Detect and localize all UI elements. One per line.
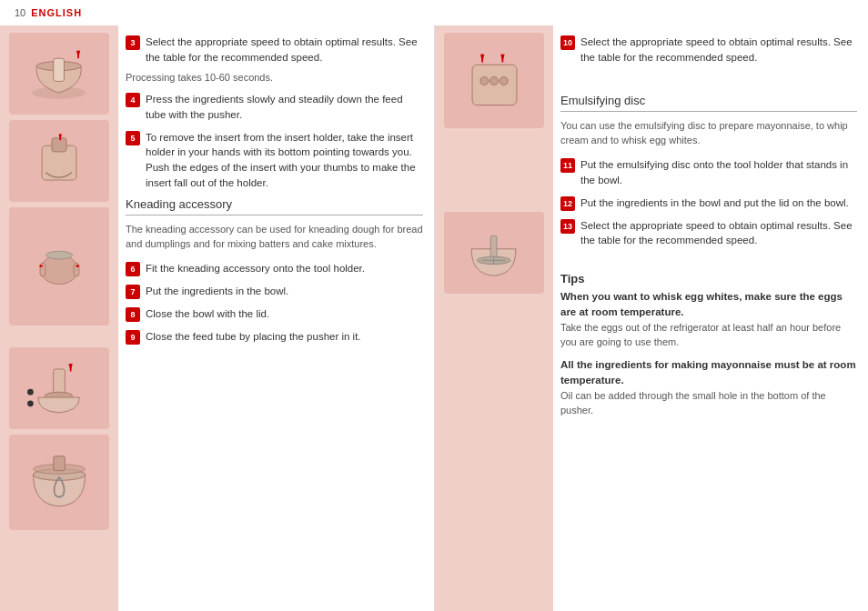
image-kneading2 xyxy=(9,435,109,530)
illus-step4-svg xyxy=(23,129,96,193)
step-10-block: 10 Select the appropriate speed to obtai… xyxy=(560,35,857,65)
step-8-block: 8 Close the bowl with the lid. xyxy=(126,306,423,322)
svg-rect-2 xyxy=(54,58,65,81)
illus-step5-svg xyxy=(16,230,103,303)
right-images-panel xyxy=(435,25,553,611)
step-6-block: 6 Fit the kneading accessory onto the to… xyxy=(126,261,423,276)
tip1-normal: Take the eggs out of the refrigerator at… xyxy=(560,321,857,350)
step-5-num: 5 xyxy=(126,131,140,145)
kneading-section-title: Kneading accessory xyxy=(126,197,423,215)
step-4-num: 4 xyxy=(126,93,140,107)
illus-step10-svg xyxy=(451,45,538,117)
left-column: 3 Select the appropriate speed to obtain… xyxy=(0,25,434,611)
left-images-panel xyxy=(0,25,118,611)
step-4-block: 4 Press the ingredients slowly and stead… xyxy=(126,92,423,122)
step-8-num: 8 xyxy=(126,307,140,322)
illus-kneading2-svg xyxy=(16,446,103,519)
step-13-num: 13 xyxy=(560,219,575,234)
svg-rect-6 xyxy=(52,138,66,152)
step-3-block: 3 Select the appropriate speed to obtain… xyxy=(126,35,423,65)
step-11-num: 11 xyxy=(560,158,575,173)
emulsifying-intro: You can use the emulsifying disc to prep… xyxy=(560,119,857,148)
tip2-bold: All the ingredients for making mayonnais… xyxy=(560,357,857,387)
step-3-text: Select the appropriate speed to obtain o… xyxy=(146,35,423,65)
step-12-num: 12 xyxy=(560,196,575,211)
image-kneading1 xyxy=(9,347,109,429)
step-10-num: 10 xyxy=(560,35,575,50)
tips-section: Tips When you want to whisk egg whites, … xyxy=(560,272,857,418)
step-13-block: 13 Select the appropriate speed to obtai… xyxy=(560,218,857,248)
page: 10 ENGLISH xyxy=(0,0,868,611)
tip2-normal: Oil can be added through the small hole … xyxy=(560,389,857,418)
processing-note: Processing takes 10-60 seconds. xyxy=(126,72,423,83)
step-9-text: Close the feed tube by placing the pushe… xyxy=(146,329,361,345)
step-7-block: 7 Put the ingredients in the bowl. xyxy=(126,284,423,299)
step-8-text: Close the bowl with the lid. xyxy=(146,306,269,322)
svg-point-27 xyxy=(479,76,488,85)
image-step5 xyxy=(9,207,109,326)
image-step10 xyxy=(444,33,544,128)
language-label: ENGLISH xyxy=(31,7,82,18)
illus-step3-svg xyxy=(23,42,96,105)
step-12-block: 12 Put the ingredients in the bowl and p… xyxy=(560,195,857,211)
illus-kneading1-svg xyxy=(23,356,96,420)
emulsifying-section-title: Emulsifying disc xyxy=(560,94,857,112)
step-9-block: 9 Close the feed tube by placing the pus… xyxy=(126,329,423,345)
step-5-text: To remove the insert from the insert hol… xyxy=(146,130,423,191)
step-4-text: Press the ingredients slowly and steadil… xyxy=(146,92,423,122)
kneading-intro: The kneading accessory can be used for k… xyxy=(126,223,423,252)
step-6-text: Fit the kneading accessory onto the tool… xyxy=(146,261,365,276)
step-3-content: Select the appropriate speed to obtain o… xyxy=(146,36,418,63)
svg-point-12 xyxy=(45,251,72,259)
step-12-text: Put the ingredients in the bowl and put … xyxy=(580,195,849,211)
svg-rect-25 xyxy=(53,456,64,470)
tip1-bold: When you want to whisk egg whites, make … xyxy=(560,289,857,319)
illus-emulsifying-svg xyxy=(458,221,530,285)
right-text-panel: 10 Select the appropriate speed to obtai… xyxy=(553,25,868,611)
step-10-text: Select the appropriate speed to obtain o… xyxy=(580,35,857,65)
svg-point-28 xyxy=(490,76,498,85)
step-5-block: 5 To remove the insert from the insert h… xyxy=(126,130,423,191)
svg-point-22 xyxy=(27,400,34,406)
step-3-num: 3 xyxy=(126,35,140,50)
step-7-num: 7 xyxy=(126,285,140,299)
step-11-block: 11 Put the emulsifying disc onto the too… xyxy=(560,157,857,187)
page-number: 10 xyxy=(15,7,25,18)
svg-point-21 xyxy=(27,389,34,396)
step-6-num: 6 xyxy=(126,262,140,276)
left-text-panel: 3 Select the appropriate speed to obtain… xyxy=(118,25,434,611)
step-11-text: Put the emulsifying disc onto the tool h… xyxy=(580,157,857,187)
svg-point-29 xyxy=(500,76,508,85)
svg-point-9 xyxy=(40,255,77,285)
right-column: 10 Select the appropriate speed to obtai… xyxy=(434,25,868,611)
image-step4 xyxy=(9,120,109,202)
image-step3 xyxy=(9,33,109,115)
step-13-text: Select the appropriate speed to obtain o… xyxy=(580,218,857,248)
main-content: 3 Select the appropriate speed to obtain… xyxy=(0,25,868,611)
tips-title: Tips xyxy=(560,272,857,285)
header: 10 ENGLISH xyxy=(0,0,868,25)
svg-rect-11 xyxy=(74,263,79,276)
image-emulsifying xyxy=(444,212,544,294)
svg-rect-34 xyxy=(490,235,497,258)
step-9-num: 9 xyxy=(126,330,140,345)
step-7-text: Put the ingredients in the bowl. xyxy=(146,284,288,299)
